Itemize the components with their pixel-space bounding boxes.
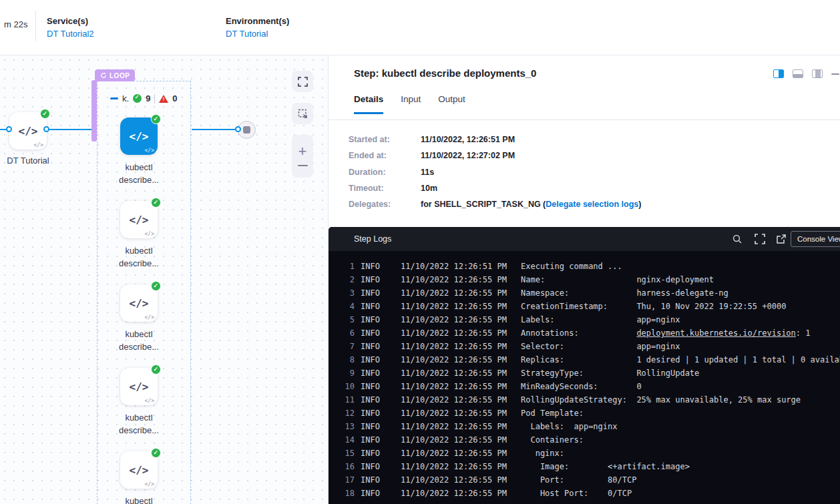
log-message: StrategyType: RollingUpdate bbox=[521, 366, 699, 380]
step-node-kubectl-describe[interactable]: </></> bbox=[120, 451, 158, 489]
log-message: Labels: app=nginx bbox=[521, 420, 618, 433]
services-label: Service(s) bbox=[47, 16, 88, 26]
marquee-select-icon bbox=[298, 109, 308, 119]
tab-input[interactable]: Input bbox=[401, 94, 421, 114]
zoom-in-button[interactable]: + bbox=[298, 146, 307, 157]
delegate-selection-logs-link[interactable]: Delegate selection logs bbox=[546, 200, 638, 209]
pipeline-graph-canvas[interactable]: LOOP k. 9 0 </> </> DT Tutorial </></>ku… bbox=[0, 55, 329, 504]
zoom-out-button[interactable] bbox=[298, 165, 308, 166]
expand-logs-icon[interactable] bbox=[755, 234, 765, 247]
log-line: 15INFO11/10/2022 12:26:55 PM nginx: bbox=[329, 447, 840, 460]
group-name: k. bbox=[122, 93, 129, 103]
log-timestamp: 11/10/2022 12:26:55 PM bbox=[401, 460, 521, 473]
log-message: Image: <+artifact.image> bbox=[521, 460, 690, 473]
loop-badge[interactable]: LOOP bbox=[95, 69, 135, 81]
log-line-number: 3 bbox=[341, 286, 355, 300]
step-node-kubectl-describe[interactable]: </></> bbox=[120, 368, 158, 405]
detail-row: Ended at:11/10/2022, 12:27:02 PM bbox=[349, 151, 816, 164]
log-timestamp: 11/10/2022 12:26:55 PM bbox=[401, 407, 521, 420]
log-timestamp: 11/10/2022 12:26:55 PM bbox=[401, 286, 521, 300]
layout-right-view-icon[interactable] bbox=[812, 69, 823, 78]
connection-point[interactable] bbox=[235, 126, 241, 132]
log-level: INFO bbox=[361, 326, 401, 340]
log-level: INFO bbox=[361, 273, 401, 286]
code-icon-small: </> bbox=[145, 314, 154, 320]
service-link[interactable]: DT Tutorial2 bbox=[47, 29, 94, 39]
error-count: 0 bbox=[172, 93, 177, 103]
fullscreen-icon bbox=[298, 77, 308, 87]
log-line-number: 18 bbox=[341, 487, 355, 500]
step-node-label: kubectldescribe... bbox=[95, 244, 182, 270]
marquee-select-button[interactable] bbox=[292, 103, 313, 124]
layout-split-view-icon[interactable] bbox=[773, 69, 784, 78]
code-icon: </> bbox=[130, 381, 149, 393]
step-node-label: kubectldescribe... bbox=[95, 495, 182, 504]
log-line-number: 17 bbox=[341, 473, 355, 487]
log-line: 1INFO11/10/2022 12:26:51 PMExecuting com… bbox=[329, 260, 840, 273]
detail-label: Ended at: bbox=[349, 151, 387, 160]
log-level: INFO bbox=[361, 473, 401, 487]
tab-output[interactable]: Output bbox=[438, 94, 465, 114]
step-label-line2: describe... bbox=[95, 424, 182, 437]
divider bbox=[329, 119, 840, 120]
pipeline-execution-screen: m 22s Service(s) DT Tutorial2 Environmen… bbox=[0, 0, 840, 504]
log-message: Name: nginx-deployment bbox=[521, 273, 714, 286]
zoom-control: + bbox=[292, 135, 313, 178]
minimize-icon[interactable] bbox=[831, 73, 839, 75]
log-level: INFO bbox=[361, 380, 401, 393]
log-level: INFO bbox=[361, 340, 401, 353]
log-timestamp: 11/10/2022 12:26:55 PM bbox=[401, 300, 521, 313]
log-timestamp: 11/10/2022 12:26:51 PM bbox=[401, 260, 521, 273]
log-line-number: 5 bbox=[341, 313, 355, 326]
log-line: 18INFO11/10/2022 12:26:55 PM Host Port: … bbox=[329, 487, 840, 500]
log-timestamp: 11/10/2022 12:26:55 PM bbox=[401, 366, 521, 380]
step-label-line2: describe... bbox=[95, 174, 182, 186]
log-line: 2INFO11/10/2022 12:26:55 PMName: nginx-d… bbox=[329, 273, 840, 286]
step-node-label: kubectldescribe... bbox=[95, 328, 182, 353]
log-level: INFO bbox=[361, 353, 401, 366]
detail-row: Started at:11/10/2022, 12:26:51 PM bbox=[349, 135, 816, 148]
step-node-kubectl-describe[interactable]: </></> bbox=[120, 201, 158, 238]
log-line-number: 11 bbox=[341, 393, 355, 407]
code-icon-small: </> bbox=[145, 231, 154, 237]
code-icon-small: </> bbox=[145, 481, 154, 487]
log-timestamp: 11/10/2022 12:26:55 PM bbox=[401, 273, 521, 286]
tab-details[interactable]: Details bbox=[354, 94, 383, 114]
code-icon: </> bbox=[19, 125, 38, 138]
open-external-icon[interactable] bbox=[776, 234, 787, 247]
console-view-button[interactable]: Console View bbox=[791, 231, 840, 247]
search-icon[interactable] bbox=[732, 234, 742, 246]
loop-badge-label: LOOP bbox=[110, 72, 130, 79]
log-level: INFO bbox=[361, 393, 401, 407]
connection-point[interactable] bbox=[6, 126, 12, 132]
detail-value: 11s bbox=[421, 168, 434, 177]
connection-point[interactable] bbox=[43, 126, 49, 132]
log-level: INFO bbox=[361, 487, 401, 500]
log-line-number: 14 bbox=[341, 433, 355, 447]
step-logs-title: Step Logs bbox=[354, 234, 391, 244]
fullscreen-button[interactable] bbox=[292, 71, 313, 92]
log-message: Selector: app=nginx bbox=[521, 340, 680, 353]
layout-bottom-view-icon[interactable] bbox=[793, 69, 803, 78]
environment-link[interactable]: DT Tutorial bbox=[226, 29, 268, 39]
detail-row: Duration:11s bbox=[349, 168, 816, 181]
log-line-number: 12 bbox=[341, 407, 355, 420]
log-message: Annotations: deployment.kubernetes.io/re… bbox=[521, 326, 811, 340]
collapse-icon[interactable] bbox=[110, 97, 118, 99]
stage-node-dt-tutorial[interactable]: </> </> bbox=[9, 112, 47, 150]
annotation-link[interactable]: deployment.kubernetes.io/revision bbox=[636, 328, 795, 338]
log-line-number: 1 bbox=[341, 260, 355, 273]
edge-line bbox=[47, 129, 91, 130]
stage-node-label: DT Tutorial bbox=[0, 154, 71, 167]
log-line-number: 7 bbox=[341, 340, 355, 353]
code-icon-small: </> bbox=[145, 148, 154, 154]
log-timestamp: 11/10/2022 12:26:55 PM bbox=[401, 487, 521, 500]
detail-label: Delegates: bbox=[349, 200, 391, 209]
step-node-kubectl-describe[interactable]: </></> bbox=[120, 117, 158, 155]
success-badge-icon bbox=[40, 109, 50, 119]
step-node-kubectl-describe[interactable]: </></> bbox=[120, 284, 158, 322]
log-level: INFO bbox=[361, 447, 401, 460]
log-message: Host Port: 0/TCP bbox=[521, 487, 632, 500]
step-label-line1: kubectl bbox=[95, 161, 182, 174]
log-message: Labels: app=nginx bbox=[521, 313, 680, 326]
